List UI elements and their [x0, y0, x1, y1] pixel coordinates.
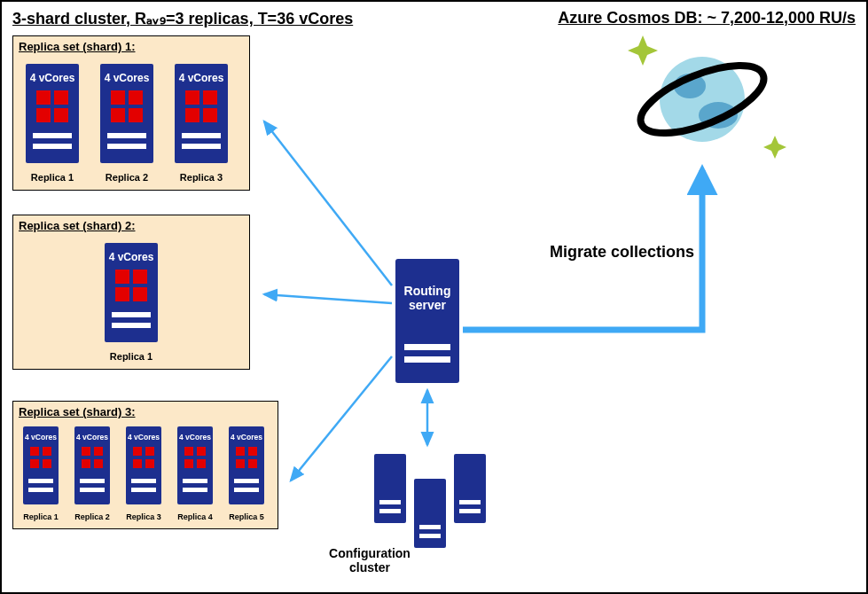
svg-rect-27 [115, 287, 129, 301]
svg-rect-79 [379, 509, 401, 513]
server-icon: 4 vCores [19, 57, 86, 170]
svg-point-87 [674, 74, 706, 98]
svg-rect-77 [374, 454, 406, 523]
shard-2-box: Replica set (shard) 2: 4 vCores Replica … [12, 215, 250, 370]
svg-rect-84 [459, 500, 481, 504]
replica-caption: Replica 1 [31, 172, 74, 183]
svg-rect-11 [111, 108, 125, 122]
shard-2-label: Replica set (shard) 2: [19, 219, 244, 232]
svg-rect-68 [248, 459, 257, 468]
server-icon: 4 vCores [173, 422, 217, 511]
svg-rect-41 [82, 447, 90, 456]
replica-caption: Replica 5 [229, 512, 264, 521]
svg-rect-76 [404, 356, 450, 363]
svg-rect-52 [145, 459, 154, 468]
svg-rect-82 [419, 534, 441, 538]
svg-rect-61 [183, 479, 207, 483]
svg-rect-65 [236, 447, 245, 456]
shard-3-box: Replica set (shard) 3: 4 vCores Replica … [12, 401, 278, 529]
replica-caption: Replica 3 [126, 512, 161, 521]
svg-rect-49 [133, 447, 142, 456]
cosmos-db-icon [628, 35, 786, 159]
svg-rect-26 [133, 270, 147, 284]
replica-caption: Replica 2 [106, 172, 148, 183]
shard-3-replica-1: 4 vCores Replica 1 [19, 422, 63, 521]
svg-rect-66 [248, 447, 257, 456]
replica-caption: Replica 2 [74, 512, 110, 521]
svg-rect-53 [131, 479, 156, 483]
svg-rect-85 [459, 509, 481, 513]
server-icon: 4 vCores [93, 57, 160, 170]
svg-rect-22 [182, 144, 221, 149]
vcores-text: 4 vCores [30, 72, 75, 84]
svg-rect-45 [80, 479, 105, 483]
svg-rect-60 [197, 459, 206, 468]
svg-rect-37 [28, 479, 53, 483]
shard-1-label: Replica set (shard) 1: [19, 40, 244, 53]
shard-3-replica-3: 4 vCores Replica 3 [121, 422, 166, 521]
svg-rect-3 [36, 108, 51, 122]
svg-point-88 [699, 102, 738, 129]
svg-rect-18 [203, 90, 217, 105]
svg-rect-38 [28, 488, 53, 492]
svg-rect-57 [184, 447, 193, 456]
svg-rect-81 [419, 525, 441, 529]
shard-3-label: Replica set (shard) 3: [19, 405, 272, 418]
svg-text:4 vCores: 4 vCores [25, 433, 57, 442]
svg-rect-10 [129, 90, 143, 105]
svg-rect-4 [54, 108, 68, 122]
svg-rect-46 [80, 488, 105, 492]
svg-rect-78 [379, 500, 401, 504]
svg-rect-5 [33, 133, 72, 138]
config-cluster-label: Configuration cluster [321, 546, 418, 574]
diagram-canvas: 3-shard cluster, Rₐᵥ₉=3 replicas, T=36 v… [0, 0, 868, 594]
svg-rect-59 [184, 459, 193, 468]
svg-rect-54 [131, 488, 156, 492]
svg-rect-30 [112, 323, 151, 328]
shard-1-box: Replica set (shard) 1: 4 vCores Replica … [12, 35, 250, 191]
svg-rect-80 [414, 479, 446, 548]
svg-rect-74 [395, 259, 459, 383]
svg-rect-25 [115, 270, 129, 284]
svg-rect-70 [234, 488, 259, 492]
shard-3-replica-5: 4 vCores Replica 5 [224, 422, 269, 521]
shard-3-replicas: 4 vCores Replica 1 4 vCores Replica 2 [19, 422, 272, 521]
svg-rect-21 [182, 133, 221, 138]
svg-rect-2 [54, 90, 68, 105]
config-cluster-icon [374, 454, 486, 548]
svg-rect-9 [111, 90, 125, 105]
svg-text:4 vCores: 4 vCores [109, 251, 154, 263]
svg-rect-50 [145, 447, 154, 456]
svg-rect-28 [133, 287, 147, 301]
shard-3-replica-4: 4 vCores Replica 4 [173, 422, 217, 521]
svg-rect-75 [404, 344, 450, 350]
svg-rect-20 [203, 108, 217, 122]
shard-1-replicas: 4 vCores Replica 1 4 vCores Replica 2 [19, 57, 244, 183]
svg-rect-19 [185, 108, 199, 122]
svg-rect-67 [236, 459, 245, 468]
svg-text:4 vCores: 4 vCores [231, 433, 262, 442]
svg-text:4 vCores: 4 vCores [76, 433, 108, 442]
server-icon: 4 vCores [70, 422, 114, 511]
arrow-to-shard1 [264, 121, 392, 285]
server-icon: 4 vCores [19, 422, 63, 511]
svg-rect-12 [129, 108, 143, 122]
shard-1-replica-3: 4 vCores Replica 3 [168, 57, 235, 183]
arrow-to-shard2 [264, 294, 392, 303]
svg-rect-36 [43, 459, 51, 468]
shard-1-replica-1: 4 vCores Replica 1 [19, 57, 86, 183]
svg-text:4 vCores: 4 vCores [105, 72, 150, 84]
svg-rect-43 [82, 459, 90, 468]
migrate-label: Migrate collections [550, 243, 694, 262]
svg-rect-35 [30, 459, 39, 468]
arrow-to-shard3 [291, 356, 392, 481]
svg-rect-1 [36, 90, 51, 105]
svg-rect-51 [133, 459, 142, 468]
svg-rect-42 [94, 447, 103, 456]
svg-rect-34 [43, 447, 51, 456]
svg-rect-14 [107, 144, 146, 149]
svg-text:4 vCores: 4 vCores [179, 72, 224, 84]
svg-text:4 vCores: 4 vCores [128, 433, 160, 442]
svg-rect-13 [107, 133, 146, 138]
shard-2-replica-1: 4 vCores Replica 1 [98, 236, 165, 362]
